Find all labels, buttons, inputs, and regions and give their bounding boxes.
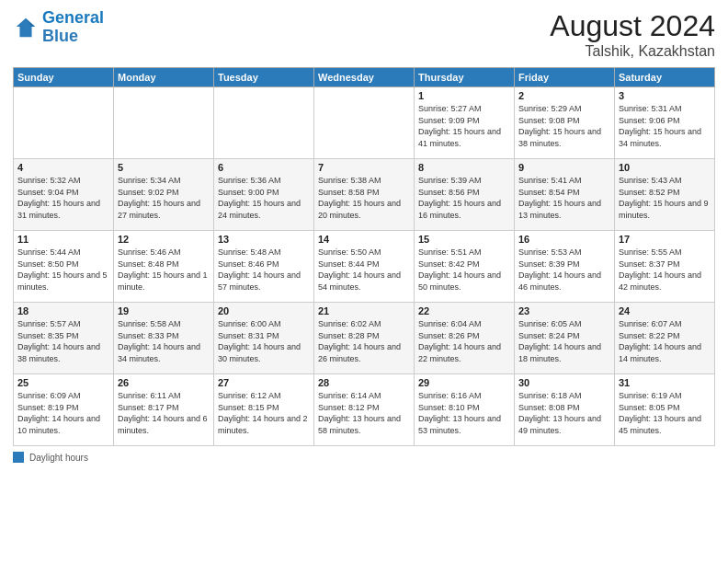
day-number: 6	[218, 162, 310, 173]
day-number: 1	[418, 90, 510, 101]
day-cell: 26Sunrise: 6:11 AM Sunset: 8:17 PM Dayli…	[114, 374, 214, 446]
day-number: 20	[218, 305, 310, 316]
day-cell: 20Sunrise: 6:00 AM Sunset: 8:31 PM Dayli…	[214, 303, 314, 374]
day-cell: 7Sunrise: 5:38 AM Sunset: 8:58 PM Daylig…	[314, 159, 415, 231]
day-number: 23	[518, 305, 610, 316]
day-cell: 3Sunrise: 5:31 AM Sunset: 9:06 PM Daylig…	[615, 87, 715, 159]
day-number: 29	[418, 377, 510, 388]
day-info: Sunrise: 5:58 AM Sunset: 8:33 PM Dayligh…	[118, 318, 210, 364]
day-number: 7	[318, 162, 410, 173]
footer: Daylight hours	[13, 452, 715, 463]
footer-box	[13, 452, 24, 463]
day-number: 11	[17, 234, 109, 245]
day-cell: 19Sunrise: 5:58 AM Sunset: 8:33 PM Dayli…	[114, 303, 214, 374]
day-cell: 16Sunrise: 5:53 AM Sunset: 8:39 PM Dayli…	[515, 231, 615, 303]
day-number: 18	[17, 305, 109, 316]
day-number: 2	[518, 90, 610, 101]
day-cell	[114, 87, 214, 159]
day-number: 30	[518, 377, 610, 388]
day-cell: 29Sunrise: 6:16 AM Sunset: 8:10 PM Dayli…	[415, 374, 515, 446]
day-cell: 1Sunrise: 5:27 AM Sunset: 9:09 PM Daylig…	[415, 87, 515, 159]
weekday-header-wednesday: Wednesday	[314, 68, 415, 87]
day-info: Sunrise: 5:38 AM Sunset: 8:58 PM Dayligh…	[318, 175, 410, 221]
day-info: Sunrise: 6:05 AM Sunset: 8:24 PM Dayligh…	[518, 318, 610, 364]
day-info: Sunrise: 5:31 AM Sunset: 9:06 PM Dayligh…	[619, 103, 711, 149]
day-cell: 25Sunrise: 6:09 AM Sunset: 8:19 PM Dayli…	[14, 374, 114, 446]
weekday-header-monday: Monday	[114, 68, 214, 87]
logo-text: General Blue	[42, 9, 104, 46]
day-number: 8	[418, 162, 510, 173]
svg-marker-0	[17, 18, 36, 38]
day-info: Sunrise: 5:32 AM Sunset: 9:04 PM Dayligh…	[17, 175, 109, 221]
day-cell: 24Sunrise: 6:07 AM Sunset: 8:22 PM Dayli…	[615, 303, 715, 374]
day-number: 17	[619, 234, 711, 245]
day-number: 16	[518, 234, 610, 245]
day-cell: 22Sunrise: 6:04 AM Sunset: 8:26 PM Dayli…	[415, 303, 515, 374]
weekday-header-row: SundayMondayTuesdayWednesdayThursdayFrid…	[14, 68, 715, 87]
logo: General Blue	[13, 9, 104, 46]
day-cell: 30Sunrise: 6:18 AM Sunset: 8:08 PM Dayli…	[515, 374, 615, 446]
day-cell: 13Sunrise: 5:48 AM Sunset: 8:46 PM Dayli…	[214, 231, 314, 303]
week-row-4: 18Sunrise: 5:57 AM Sunset: 8:35 PM Dayli…	[14, 303, 715, 374]
day-cell: 15Sunrise: 5:51 AM Sunset: 8:42 PM Dayli…	[415, 231, 515, 303]
day-info: Sunrise: 5:36 AM Sunset: 9:00 PM Dayligh…	[218, 175, 310, 221]
week-row-3: 11Sunrise: 5:44 AM Sunset: 8:50 PM Dayli…	[14, 231, 715, 303]
day-info: Sunrise: 6:04 AM Sunset: 8:26 PM Dayligh…	[418, 318, 510, 364]
day-info: Sunrise: 5:50 AM Sunset: 8:44 PM Dayligh…	[318, 247, 410, 293]
day-number: 19	[118, 305, 210, 316]
calendar-table: SundayMondayTuesdayWednesdayThursdayFrid…	[13, 67, 715, 446]
weekday-header-thursday: Thursday	[415, 68, 515, 87]
day-number: 12	[118, 234, 210, 245]
day-info: Sunrise: 6:09 AM Sunset: 8:19 PM Dayligh…	[17, 390, 109, 436]
day-number: 4	[17, 162, 109, 173]
day-info: Sunrise: 5:39 AM Sunset: 8:56 PM Dayligh…	[418, 175, 510, 221]
day-cell: 4Sunrise: 5:32 AM Sunset: 9:04 PM Daylig…	[14, 159, 114, 231]
day-number: 26	[118, 377, 210, 388]
day-number: 28	[318, 377, 410, 388]
day-info: Sunrise: 5:27 AM Sunset: 9:09 PM Dayligh…	[418, 103, 510, 149]
day-number: 24	[619, 305, 711, 316]
day-cell: 27Sunrise: 6:12 AM Sunset: 8:15 PM Dayli…	[214, 374, 314, 446]
day-info: Sunrise: 5:46 AM Sunset: 8:48 PM Dayligh…	[118, 247, 210, 293]
day-info: Sunrise: 6:02 AM Sunset: 8:28 PM Dayligh…	[318, 318, 410, 364]
weekday-header-saturday: Saturday	[615, 68, 715, 87]
day-number: 27	[218, 377, 310, 388]
day-cell	[14, 87, 114, 159]
day-cell: 6Sunrise: 5:36 AM Sunset: 9:00 PM Daylig…	[214, 159, 314, 231]
day-number: 25	[17, 377, 109, 388]
day-cell: 8Sunrise: 5:39 AM Sunset: 8:56 PM Daylig…	[415, 159, 515, 231]
day-cell: 17Sunrise: 5:55 AM Sunset: 8:37 PM Dayli…	[615, 231, 715, 303]
day-number: 3	[619, 90, 711, 101]
day-info: Sunrise: 6:19 AM Sunset: 8:05 PM Dayligh…	[619, 390, 711, 436]
day-cell: 10Sunrise: 5:43 AM Sunset: 8:52 PM Dayli…	[615, 159, 715, 231]
day-cell: 28Sunrise: 6:14 AM Sunset: 8:12 PM Dayli…	[314, 374, 415, 446]
logo-icon	[13, 15, 39, 40]
day-cell: 5Sunrise: 5:34 AM Sunset: 9:02 PM Daylig…	[114, 159, 214, 231]
day-number: 13	[218, 234, 310, 245]
header: General Blue August 2024 Talshik, Kazakh…	[13, 9, 715, 60]
day-info: Sunrise: 5:34 AM Sunset: 9:02 PM Dayligh…	[118, 175, 210, 221]
location-title: Talshik, Kazakhstan	[550, 43, 715, 60]
footer-label: Daylight hours	[29, 453, 88, 463]
month-title: August 2024	[550, 9, 715, 43]
day-cell: 23Sunrise: 6:05 AM Sunset: 8:24 PM Dayli…	[515, 303, 615, 374]
week-row-5: 25Sunrise: 6:09 AM Sunset: 8:19 PM Dayli…	[14, 374, 715, 446]
day-cell	[214, 87, 314, 159]
day-number: 31	[619, 377, 711, 388]
day-number: 21	[318, 305, 410, 316]
day-info: Sunrise: 6:14 AM Sunset: 8:12 PM Dayligh…	[318, 390, 410, 436]
weekday-header-sunday: Sunday	[14, 68, 114, 87]
weekday-header-friday: Friday	[515, 68, 615, 87]
weekday-header-tuesday: Tuesday	[214, 68, 314, 87]
day-info: Sunrise: 6:00 AM Sunset: 8:31 PM Dayligh…	[218, 318, 310, 364]
day-number: 14	[318, 234, 410, 245]
day-info: Sunrise: 5:43 AM Sunset: 8:52 PM Dayligh…	[619, 175, 711, 221]
day-info: Sunrise: 5:29 AM Sunset: 9:08 PM Dayligh…	[518, 103, 610, 149]
day-cell: 2Sunrise: 5:29 AM Sunset: 9:08 PM Daylig…	[515, 87, 615, 159]
day-cell: 12Sunrise: 5:46 AM Sunset: 8:48 PM Dayli…	[114, 231, 214, 303]
day-cell: 31Sunrise: 6:19 AM Sunset: 8:05 PM Dayli…	[615, 374, 715, 446]
day-cell	[314, 87, 415, 159]
day-number: 9	[518, 162, 610, 173]
day-info: Sunrise: 5:57 AM Sunset: 8:35 PM Dayligh…	[17, 318, 109, 364]
day-info: Sunrise: 6:18 AM Sunset: 8:08 PM Dayligh…	[518, 390, 610, 436]
